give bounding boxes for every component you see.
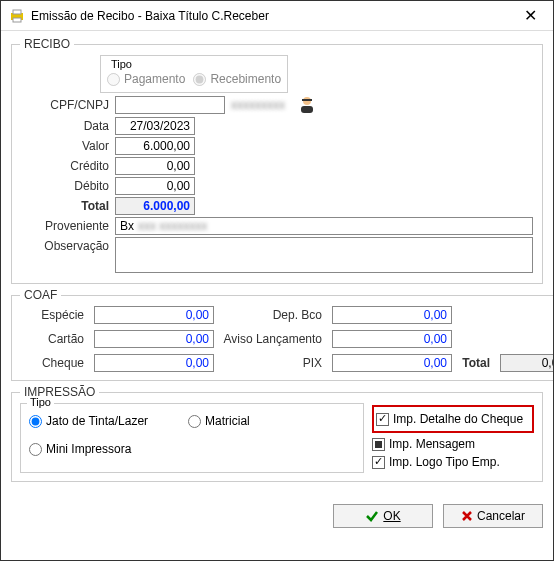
cartao-input[interactable] xyxy=(94,330,214,348)
window-title: Emissão de Recibo - Baixa Título C.Receb… xyxy=(31,9,508,23)
coaf-total-input xyxy=(500,354,554,372)
chk-detalhe-cheque[interactable]: Imp. Detalhe do Cheque xyxy=(376,412,530,426)
especie-input[interactable] xyxy=(94,306,214,324)
ok-button[interactable]: OK xyxy=(333,504,433,528)
proveniente-label: Proveniente xyxy=(20,219,115,233)
data-input[interactable] xyxy=(115,117,195,135)
radio-matricial[interactable]: Matricial xyxy=(188,414,250,428)
svg-rect-5 xyxy=(302,99,312,101)
printer-icon xyxy=(9,8,25,24)
depbco-label: Dep. Bco xyxy=(218,308,328,322)
coaf-total-label: Total xyxy=(456,356,496,370)
x-icon xyxy=(461,510,473,522)
highlight-box: Imp. Detalhe do Cheque xyxy=(372,405,534,433)
check-icon xyxy=(365,509,379,523)
credito-label: Crédito xyxy=(20,159,115,173)
impressao-tipo-label: Tipo xyxy=(27,396,54,408)
aviso-label: Aviso Lançamento xyxy=(218,332,328,346)
pix-input[interactable] xyxy=(332,354,452,372)
debito-label: Débito xyxy=(20,179,115,193)
cancel-button[interactable]: Cancelar xyxy=(443,504,543,528)
cpf-label: CPF/CNPJ xyxy=(20,98,115,112)
person-icon xyxy=(297,95,317,115)
depbco-input[interactable] xyxy=(332,306,452,324)
pix-label: PIX xyxy=(218,356,328,370)
impressao-tipo-group: Tipo Jato de Tinta/Lazer Matricial Mini … xyxy=(20,403,364,473)
cpf-input[interactable] xyxy=(115,96,225,114)
valor-label: Valor xyxy=(20,139,115,153)
close-button[interactable]: ✕ xyxy=(508,1,553,31)
radio-recebimento[interactable]: Recebimento xyxy=(193,72,281,86)
recibo-group: RECIBO Tipo Pagamento Recebimento CPF/CN… xyxy=(11,37,543,284)
credito-input[interactable] xyxy=(115,157,195,175)
total-label: Total xyxy=(20,199,115,213)
cartao-label: Cartão xyxy=(20,332,90,346)
obs-input[interactable] xyxy=(115,237,533,273)
radio-jato[interactable]: Jato de Tinta/Lazer xyxy=(29,414,148,428)
svg-rect-1 xyxy=(13,10,21,14)
titlebar: Emissão de Recibo - Baixa Título C.Receb… xyxy=(1,1,553,31)
svg-rect-2 xyxy=(13,18,21,22)
data-label: Data xyxy=(20,119,115,133)
tipo-label: Tipo xyxy=(111,58,281,70)
impressao-group: IMPRESSÃO Tipo Jato de Tinta/Lazer Matri… xyxy=(11,385,543,482)
coaf-legend: COAF xyxy=(20,288,61,302)
chk-logo[interactable]: Imp. Logo Tipo Emp. xyxy=(372,455,534,469)
cpf-blurred: xxxxxxxxx xyxy=(225,98,291,112)
cheque-label: Cheque xyxy=(20,356,90,370)
coaf-group: COAF Espécie Dep. Bco Cartão Aviso Lança… xyxy=(11,288,554,381)
cheque-input[interactable] xyxy=(94,354,214,372)
valor-input[interactable] xyxy=(115,137,195,155)
svg-rect-4 xyxy=(301,106,313,113)
radio-pagamento[interactable]: Pagamento xyxy=(107,72,185,86)
especie-label: Espécie xyxy=(20,308,90,322)
radio-mini[interactable]: Mini Impressora xyxy=(29,442,355,456)
debito-input[interactable] xyxy=(115,177,195,195)
tipo-group: Tipo Pagamento Recebimento xyxy=(100,55,288,93)
recibo-legend: RECIBO xyxy=(20,37,74,51)
obs-label: Observação xyxy=(20,237,115,253)
proveniente-input[interactable]: Bxxxx xxxxxxxx xyxy=(115,217,533,235)
total-input xyxy=(115,197,195,215)
chk-mensagem[interactable]: Imp. Mensagem xyxy=(372,437,534,451)
aviso-input[interactable] xyxy=(332,330,452,348)
